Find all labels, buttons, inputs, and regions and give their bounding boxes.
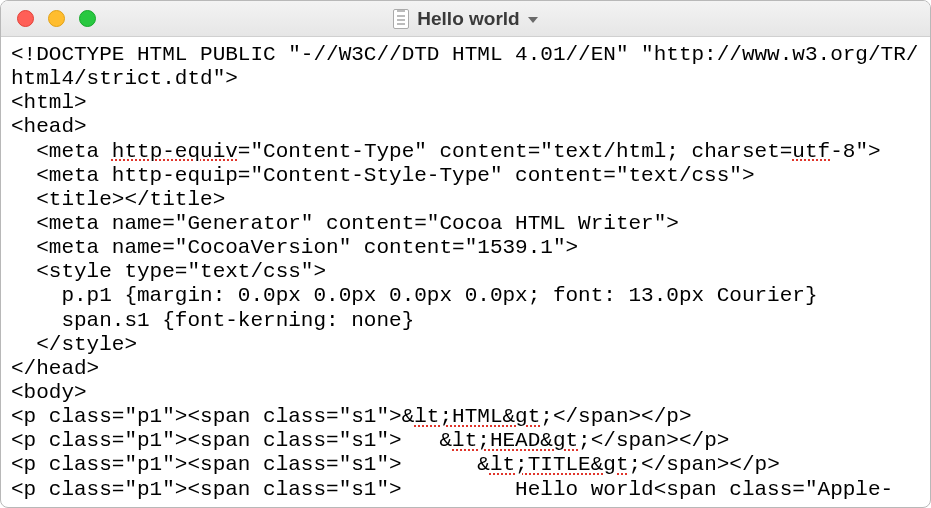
code-line: <style type="text/css"> (11, 260, 920, 284)
spellcheck-underline: lt;TITLE&gt (490, 453, 629, 476)
code-line: <meta name="Generator" content="Cocoa HT… (11, 212, 920, 236)
code-line: <head> (11, 115, 920, 139)
spellcheck-underline: http-equiv (112, 140, 238, 163)
close-icon[interactable] (17, 10, 34, 27)
code-line: <html> (11, 91, 920, 115)
spellcheck-underline: lt;HEAD&gt (452, 429, 578, 452)
spellcheck-underline: lt;HTML&gt (414, 405, 540, 428)
code-line: <body> (11, 381, 920, 405)
code-line: </head> (11, 357, 920, 381)
traffic-lights (17, 10, 96, 27)
titlebar: Hello world (1, 1, 930, 37)
code-line: <title></title> (11, 188, 920, 212)
code-line: <p class="p1"><span class="s1">&lt;HTML&… (11, 405, 920, 429)
window-title: Hello world (417, 8, 519, 30)
chevron-down-icon[interactable] (528, 17, 538, 23)
code-line: html4/strict.dtd"> (11, 67, 920, 91)
document-icon (393, 9, 409, 29)
code-line: p.p1 {margin: 0.0px 0.0px 0.0px 0.0px; f… (11, 284, 920, 308)
code-line: span.s1 {font-kerning: none} (11, 309, 920, 333)
spellcheck-underline: utf (792, 140, 830, 163)
code-line: <meta http-equip="Content-Style-Type" co… (11, 164, 920, 188)
code-line: <meta http-equiv="Content-Type" content=… (11, 140, 920, 164)
code-line: <p class="p1"><span class="s1"> &lt;HEAD… (11, 429, 920, 453)
code-line: <p class="p1"><span class="s1"> &lt;TITL… (11, 453, 920, 477)
code-line: <meta name="CocoaVersion" content="1539.… (11, 236, 920, 260)
code-line: </style> (11, 333, 920, 357)
document-content[interactable]: <!DOCTYPE HTML PUBLIC "-//W3C//DTD HTML … (1, 37, 930, 507)
window: Hello world <!DOCTYPE HTML PUBLIC "-//W3… (0, 0, 931, 508)
minimize-icon[interactable] (48, 10, 65, 27)
code-line: <!DOCTYPE HTML PUBLIC "-//W3C//DTD HTML … (11, 43, 920, 67)
code-line: <p class="p1"><span class="s1"> Hello wo… (11, 478, 920, 502)
zoom-icon[interactable] (79, 10, 96, 27)
